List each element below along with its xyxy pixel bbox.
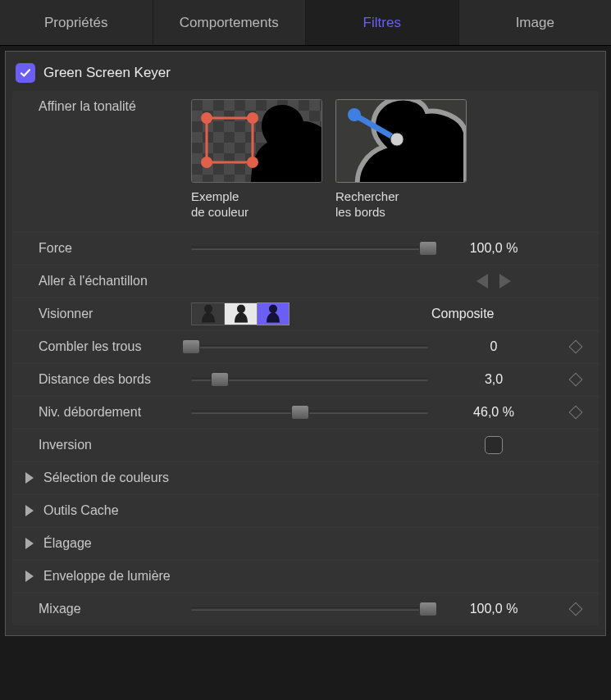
disclosure-triangle-icon	[25, 472, 34, 484]
label-refine-key: Affiner la tonalité	[19, 99, 191, 114]
row-edge-distance: Distance des bords 3,0	[12, 363, 599, 396]
view-mode-matte[interactable]	[224, 302, 257, 325]
head-icon	[231, 303, 251, 323]
row-invert: Inversion	[12, 429, 599, 461]
row-mix: Mixage 100,0 %	[12, 593, 599, 625]
keyframe-button[interactable]	[569, 406, 583, 420]
tab-filters[interactable]: Filtres	[306, 0, 459, 45]
disclosure-triangle-icon	[25, 505, 34, 516]
tool-sample-color[interactable]: Exemple de couleur	[191, 99, 322, 220]
edges-thumb	[335, 99, 467, 183]
slider-spill-level[interactable]	[191, 411, 428, 414]
slider-fill-holes[interactable]	[191, 345, 428, 348]
filter-header: Green Screen Keyer	[12, 60, 599, 91]
group-label-matte-tools: Outils Cache	[43, 503, 119, 518]
label-view: Visionner	[19, 307, 191, 321]
keyframe-button[interactable]	[569, 602, 583, 616]
tool-edges-label: Rechercher les bords	[335, 189, 467, 220]
check-icon	[19, 66, 32, 80]
disclosure-triangle-icon	[25, 570, 34, 582]
row-view: Visionner Composite	[12, 298, 599, 330]
keyframe-button[interactable]	[569, 340, 583, 354]
row-jump-sample: Aller à l'échantillon	[12, 265, 599, 298]
sample-color-thumb	[191, 99, 322, 183]
label-edge-distance: Distance des bords	[19, 372, 191, 387]
row-spill-suppression[interactable]: Élagage	[12, 527, 599, 560]
svg-point-7	[348, 108, 361, 121]
slider-thumb[interactable]	[419, 241, 437, 256]
group-label-spill-suppression: Élagage	[43, 536, 92, 551]
disclosure-triangle-icon	[25, 538, 34, 549]
tab-label: Propriétés	[44, 15, 107, 31]
row-strength: Force 100,0 %	[12, 232, 599, 265]
inspector-tabbar: Propriétés Comportements Filtres Image	[0, 0, 611, 46]
view-mode-original[interactable]	[191, 302, 224, 325]
invert-checkbox[interactable]	[485, 436, 503, 454]
tab-label: Image	[516, 15, 554, 31]
svg-line-6	[354, 115, 397, 139]
head-icon	[198, 303, 218, 323]
slider-thumb[interactable]	[291, 405, 309, 420]
svg-rect-0	[207, 118, 253, 162]
sample-box-icon	[200, 111, 259, 169]
view-mode-switch	[191, 302, 290, 325]
slider-thumb[interactable]	[419, 602, 437, 616]
label-jump-sample: Aller à l'échantillon	[19, 274, 191, 289]
tab-label: Filtres	[363, 15, 401, 31]
row-light-wrap[interactable]: Enveloppe de lumière	[12, 560, 599, 593]
tab-behaviors[interactable]: Comportements	[153, 0, 307, 45]
tab-properties[interactable]: Propriétés	[0, 0, 153, 45]
slider-mix[interactable]	[191, 607, 428, 611]
filter-enabled-checkbox[interactable]	[16, 63, 35, 83]
row-spill-level: Niv. débordement 46,0 %	[12, 396, 599, 429]
tab-label: Comportements	[180, 15, 279, 31]
label-spill-level: Niv. débordement	[19, 405, 191, 420]
filters-panel: Green Screen Keyer Affiner la tonalité	[5, 51, 606, 636]
slider-thumb[interactable]	[182, 339, 200, 354]
svg-point-3	[201, 157, 212, 168]
row-refine-key: Affiner la tonalité	[12, 91, 599, 232]
label-strength: Force	[19, 241, 191, 256]
group-label-light-wrap: Enveloppe de lumière	[43, 569, 171, 584]
edge-handle-icon	[346, 107, 410, 148]
next-sample-button[interactable]	[499, 274, 511, 289]
tool-sample-color-label: Exemple de couleur	[191, 189, 322, 220]
svg-point-4	[247, 157, 258, 168]
tab-image[interactable]: Image	[459, 0, 612, 45]
value-mix[interactable]: 100,0 %	[428, 602, 559, 616]
slider-strength[interactable]	[191, 247, 428, 250]
slider-edge-distance[interactable]	[191, 378, 428, 381]
row-fill-holes: Combler les trous 0	[12, 330, 599, 363]
svg-point-8	[390, 133, 404, 146]
value-fill-holes[interactable]: 0	[428, 339, 559, 354]
row-matte-tools[interactable]: Outils Cache	[12, 494, 599, 527]
value-spill-level[interactable]: 46,0 %	[428, 405, 559, 420]
tool-edges[interactable]: Rechercher les bords	[335, 99, 467, 220]
label-invert: Inversion	[19, 438, 191, 452]
label-mix: Mixage	[19, 602, 191, 616]
filter-params: Affiner la tonalité	[12, 91, 599, 625]
group-label-color-selection: Sélection de couleurs	[43, 470, 169, 485]
value-strength[interactable]: 100,0 %	[428, 241, 559, 256]
refine-tools: Exemple de couleur	[191, 99, 467, 220]
filter-title: Green Screen Keyer	[43, 65, 171, 81]
slider-thumb[interactable]	[211, 372, 229, 387]
svg-point-2	[247, 112, 258, 124]
view-mode-composite[interactable]	[257, 302, 290, 325]
head-icon	[263, 303, 283, 323]
value-edge-distance[interactable]: 3,0	[428, 372, 559, 387]
prev-sample-button[interactable]	[476, 274, 488, 289]
keyframe-button[interactable]	[569, 373, 583, 387]
label-fill-holes: Combler les trous	[19, 339, 191, 354]
row-color-selection[interactable]: Sélection de couleurs	[12, 461, 599, 494]
value-view-mode: Composite	[428, 307, 559, 321]
svg-point-1	[201, 112, 212, 124]
